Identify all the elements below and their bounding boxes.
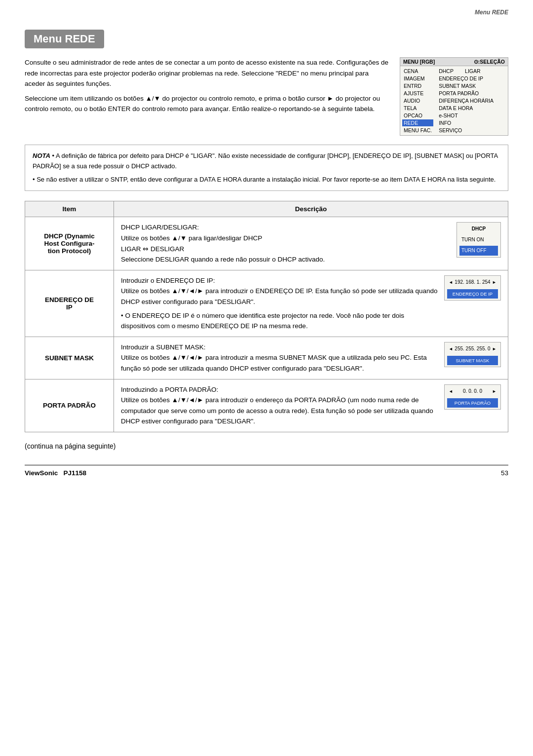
footer: ViewSonic PJ1158 53 [25, 465, 508, 477]
note-line1: NOTA • A definição de fábrica por defeit… [33, 151, 500, 172]
mini-ui-dhcp: DHCP TURN ON TURN OFF [457, 222, 501, 258]
mini-ip-values: 192. 168. 1. 254 [447, 277, 498, 287]
porta-arrow-left [449, 387, 453, 395]
page-title: Menu REDE [25, 30, 104, 48]
menu-item-tela: TELA [402, 105, 433, 112]
note-text1: • A definição de fábrica por defeito par… [33, 152, 498, 170]
continua-text: (continua na página seguinte) [25, 442, 508, 450]
ip-arrow-right [492, 278, 496, 286]
mini-dhcp-title: DHCP [459, 224, 498, 234]
intro-paragraph2: Seleccione um item utilizando os botões … [25, 93, 390, 114]
desc-enderecoip: Introduzir o ENDEREÇO DE IP: Utilize os … [114, 270, 508, 337]
menu-screenshot: MENU [RGB] ⊙:SELEÇÃO CENA IMAGEM ENTRD A… [400, 57, 508, 136]
menu-item-datahora: DATA E HORA [437, 105, 495, 112]
table-row-portapadrao: PORTA PADRÃO Introduzindo a PORTA PADRÃO… [25, 379, 508, 432]
table-row-enderecoip: ENDEREÇO DEIP Introduzir o ENDEREÇO DE I… [25, 270, 508, 337]
footer-brand-model: ViewSonic PJ1158 [25, 469, 86, 477]
mini-ui-subnetmask: 255. 255. 255. 0 SUBNET MASK [444, 342, 501, 367]
mini-subnet-label: SUBNET MASK [447, 356, 498, 365]
table-row-subnetmask: SUBNET MASK Introduzir a SUBNET MASK: Ut… [25, 337, 508, 379]
menu-item-dhcp: DHCP LIGAR [437, 68, 495, 75]
mini-porta-label: PORTA PADRÃO [447, 398, 498, 408]
menu-item-rede: REDE [402, 119, 433, 126]
menu-item-enderecoip: ENDEREÇO DE IP [437, 75, 495, 82]
label-subnetmask: SUBNET MASK [25, 337, 114, 379]
label-portapadrao: PORTA PADRÃO [25, 379, 114, 432]
note-line2: • Se não estiver a utilizar o SNTP, entã… [33, 175, 500, 185]
col-header-desc: Descrição [114, 201, 508, 217]
menu-header-left: MENU [RGB] [403, 59, 435, 65]
menu-item-audio: AUDIO [402, 97, 433, 104]
menu-item-diferencahoraria: DIFERENÇA HORÁRIA [437, 97, 495, 104]
note-box: NOTA • A definição de fábrica por defeit… [25, 145, 508, 191]
menu-item-subnetmask: SUBNET MASK [437, 82, 495, 89]
menu-item-eshot: e-SHOT [437, 112, 495, 119]
label-enderecoip: ENDEREÇO DEIP [25, 270, 114, 337]
menu-header-right: ⊙:SELEÇÃO [474, 59, 505, 65]
model: PJ1158 [64, 469, 87, 477]
menu-item-entrd: ENTRD [402, 82, 433, 89]
menu-item-servico: SERVIÇO [437, 127, 495, 134]
menu-item-menufac: MENU FAC. [402, 127, 433, 134]
mini-porta-values: 0. 0. 0. 0 [447, 386, 498, 396]
footer-page: 53 [501, 469, 508, 477]
menu-item-portapadrao: PORTA PADRÃO [437, 90, 495, 97]
menu-header: MENU [RGB] ⊙:SELEÇÃO [400, 58, 508, 66]
desc-dhcp-text: DHCP LIGAR/DESLIGAR: Utilize os botões ▲… [121, 222, 451, 265]
desc-portapadrao: Introduzindo a PORTA PADRÃO: Utilize os … [114, 379, 508, 432]
menu-item-info: INFO [437, 119, 495, 126]
desc-ip-text: Introduzir o ENDEREÇO DE IP: Utilize os … [121, 275, 438, 332]
desc-dhcp: DHCP LIGAR/DESLIGAR: Utilize os botões ▲… [114, 217, 508, 270]
intro-paragraph1: Consulte o seu administrador de rede ant… [25, 57, 390, 89]
note-label: NOTA [33, 152, 50, 159]
subnet-arrow-left [449, 345, 453, 353]
main-table: Item Descrição DHCP (DynamicHost Configu… [25, 201, 508, 432]
menu-col1: CENA IMAGEM ENTRD AJUSTE AUDIO TELA OPCA… [402, 68, 433, 134]
mini-ui-enderecoip: 192. 168. 1. 254 ENDEREÇO DE IP [444, 275, 501, 301]
mini-ui-portapadrao: 0. 0. 0. 0 PORTA PADRÃO [444, 384, 501, 410]
mini-dhcp-turnon: TURN ON [459, 235, 498, 245]
menu-item-opcao: OPCAO [402, 112, 433, 119]
table-row-dhcp: DHCP (DynamicHost Configura-tion Protoco… [25, 217, 508, 270]
menu-item-imagem: IMAGEM [402, 75, 433, 82]
menu-item-cena: CENA [402, 68, 433, 75]
top-header: Menu REDE [475, 9, 508, 16]
mini-subnet-values: 255. 255. 255. 0 [447, 344, 498, 354]
menu-item-ajuste: AJUSTE [402, 90, 433, 97]
mini-dhcp-turnoff: TURN OFF [459, 246, 498, 256]
label-dhcp: DHCP (DynamicHost Configura-tion Protoco… [25, 217, 114, 270]
brand: ViewSonic [25, 469, 58, 477]
intro-section: Consulte o seu administrador de rede ant… [25, 57, 508, 136]
desc-subnet-text: Introduzir a SUBNET MASK: Utilize os bot… [121, 342, 438, 374]
menu-body: CENA IMAGEM ENTRD AJUSTE AUDIO TELA OPCA… [400, 66, 508, 135]
subnet-arrow-right [492, 345, 496, 353]
col-header-item: Item [25, 201, 114, 217]
porta-arrow-right [492, 387, 496, 395]
ip-arrow-left [449, 278, 453, 286]
intro-text: Consulte o seu administrador de rede ant… [25, 57, 390, 136]
desc-subnetmask: Introduzir a SUBNET MASK: Utilize os bot… [114, 337, 508, 379]
desc-porta-text: Introduzindo a PORTA PADRÃO: Utilize os … [121, 384, 438, 427]
menu-col2: DHCP LIGAR ENDEREÇO DE IP SUBNET MASK PO… [437, 68, 495, 134]
mini-ip-label: ENDEREÇO DE IP [447, 289, 498, 299]
